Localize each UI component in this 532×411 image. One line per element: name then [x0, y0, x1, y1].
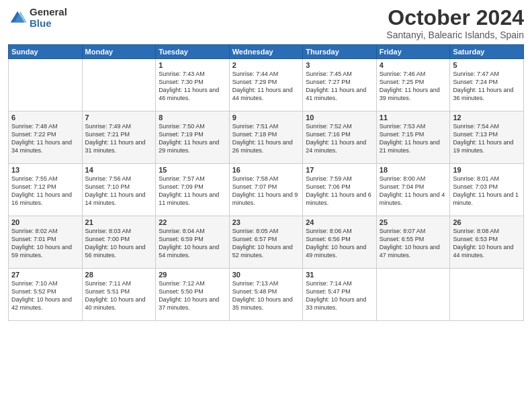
calendar-cell: 11Sunrise: 7:53 AM Sunset: 7:15 PM Dayli… — [376, 111, 450, 164]
day-info: Sunrise: 8:04 AM Sunset: 6:59 PM Dayligh… — [159, 227, 226, 260]
header: General Blue October 2024 Santanyi, Bale… — [8, 7, 524, 40]
title-block: October 2024 Santanyi, Balearic Islands,… — [386, 7, 524, 40]
page-container: General Blue October 2024 Santanyi, Bale… — [0, 0, 532, 411]
calendar-table: SundayMondayTuesdayWednesdayThursdayFrid… — [8, 44, 524, 321]
week-row-1: 1Sunrise: 7:43 AM Sunset: 7:30 PM Daylig… — [9, 59, 524, 111]
logo: General Blue — [8, 7, 67, 29]
weekday-header-thursday: Thursday — [303, 45, 377, 59]
week-row-3: 13Sunrise: 7:55 AM Sunset: 7:12 PM Dayli… — [9, 164, 524, 216]
day-number: 19 — [453, 166, 521, 174]
calendar-cell: 25Sunrise: 8:07 AM Sunset: 6:55 PM Dayli… — [376, 216, 450, 269]
logo-general: General — [30, 7, 67, 18]
weekday-header-row: SundayMondayTuesdayWednesdayThursdayFrid… — [9, 45, 524, 59]
calendar-cell: 6Sunrise: 7:48 AM Sunset: 7:22 PM Daylig… — [9, 111, 83, 164]
calendar-cell: 18Sunrise: 8:00 AM Sunset: 7:04 PM Dayli… — [376, 164, 450, 216]
calendar-cell: 2Sunrise: 7:44 AM Sunset: 7:29 PM Daylig… — [229, 59, 303, 111]
day-number: 6 — [11, 113, 79, 122]
day-info: Sunrise: 7:43 AM Sunset: 7:30 PM Dayligh… — [159, 70, 226, 103]
day-number: 9 — [232, 113, 300, 122]
day-info: Sunrise: 8:01 AM Sunset: 7:03 PM Dayligh… — [453, 175, 521, 208]
calendar-cell: 15Sunrise: 7:57 AM Sunset: 7:09 PM Dayli… — [156, 164, 230, 216]
day-info: Sunrise: 7:50 AM Sunset: 7:19 PM Dayligh… — [159, 122, 226, 155]
day-number: 8 — [159, 113, 226, 122]
day-info: Sunrise: 7:54 AM Sunset: 7:13 PM Dayligh… — [453, 122, 521, 155]
day-number: 1 — [159, 61, 226, 69]
calendar-cell: 31Sunrise: 7:14 AM Sunset: 5:47 PM Dayli… — [303, 269, 377, 321]
weekday-header-friday: Friday — [376, 45, 450, 59]
weekday-header-tuesday: Tuesday — [156, 45, 230, 59]
week-row-2: 6Sunrise: 7:48 AM Sunset: 7:22 PM Daylig… — [9, 111, 524, 164]
day-info: Sunrise: 8:08 AM Sunset: 6:53 PM Dayligh… — [453, 227, 521, 260]
weekday-header-saturday: Saturday — [450, 45, 524, 59]
calendar-cell: 7Sunrise: 7:49 AM Sunset: 7:21 PM Daylig… — [82, 111, 156, 164]
day-number: 26 — [453, 218, 521, 226]
calendar-cell — [450, 269, 524, 321]
day-info: Sunrise: 7:52 AM Sunset: 7:16 PM Dayligh… — [306, 122, 373, 155]
day-number: 5 — [453, 61, 521, 69]
day-number: 27 — [11, 271, 79, 279]
day-info: Sunrise: 7:57 AM Sunset: 7:09 PM Dayligh… — [159, 175, 226, 208]
logo-icon — [8, 9, 27, 28]
day-info: Sunrise: 7:59 AM Sunset: 7:06 PM Dayligh… — [306, 175, 373, 208]
day-number: 11 — [380, 113, 447, 122]
day-info: Sunrise: 7:12 AM Sunset: 5:50 PM Dayligh… — [159, 279, 226, 312]
weekday-header-monday: Monday — [82, 45, 156, 59]
calendar-cell — [376, 269, 450, 321]
day-number: 13 — [11, 166, 79, 174]
day-info: Sunrise: 7:49 AM Sunset: 7:21 PM Dayligh… — [85, 122, 153, 155]
day-number: 15 — [159, 166, 226, 174]
day-number: 2 — [232, 61, 300, 69]
day-number: 22 — [159, 218, 226, 226]
calendar-cell: 10Sunrise: 7:52 AM Sunset: 7:16 PM Dayli… — [303, 111, 377, 164]
calendar-cell — [82, 59, 156, 111]
day-info: Sunrise: 7:44 AM Sunset: 7:29 PM Dayligh… — [232, 70, 300, 103]
logo-blue: Blue — [30, 18, 67, 30]
calendar-cell: 21Sunrise: 8:03 AM Sunset: 7:00 PM Dayli… — [82, 216, 156, 269]
day-number: 21 — [85, 218, 153, 226]
day-info: Sunrise: 7:53 AM Sunset: 7:15 PM Dayligh… — [380, 122, 447, 155]
day-info: Sunrise: 7:45 AM Sunset: 7:27 PM Dayligh… — [306, 70, 373, 103]
calendar-cell: 3Sunrise: 7:45 AM Sunset: 7:27 PM Daylig… — [303, 59, 377, 111]
calendar-cell: 5Sunrise: 7:47 AM Sunset: 7:24 PM Daylig… — [450, 59, 524, 111]
day-number: 10 — [306, 113, 373, 122]
day-info: Sunrise: 8:07 AM Sunset: 6:55 PM Dayligh… — [380, 227, 447, 260]
calendar-cell: 1Sunrise: 7:43 AM Sunset: 7:30 PM Daylig… — [156, 59, 230, 111]
calendar-cell: 30Sunrise: 7:13 AM Sunset: 5:48 PM Dayli… — [229, 269, 303, 321]
calendar-cell: 17Sunrise: 7:59 AM Sunset: 7:06 PM Dayli… — [303, 164, 377, 216]
calendar-cell: 4Sunrise: 7:46 AM Sunset: 7:25 PM Daylig… — [376, 59, 450, 111]
calendar-cell: 20Sunrise: 8:02 AM Sunset: 7:01 PM Dayli… — [9, 216, 83, 269]
day-number: 25 — [380, 218, 447, 226]
day-info: Sunrise: 7:11 AM Sunset: 5:51 PM Dayligh… — [85, 279, 153, 312]
calendar-cell: 22Sunrise: 8:04 AM Sunset: 6:59 PM Dayli… — [156, 216, 230, 269]
day-info: Sunrise: 7:48 AM Sunset: 7:22 PM Dayligh… — [11, 122, 79, 155]
day-info: Sunrise: 7:56 AM Sunset: 7:10 PM Dayligh… — [85, 175, 153, 208]
day-number: 12 — [453, 113, 521, 122]
day-number: 17 — [306, 166, 373, 174]
day-number: 3 — [306, 61, 373, 69]
day-number: 31 — [306, 271, 373, 279]
calendar-cell: 29Sunrise: 7:12 AM Sunset: 5:50 PM Dayli… — [156, 269, 230, 321]
day-info: Sunrise: 7:58 AM Sunset: 7:07 PM Dayligh… — [232, 175, 300, 208]
day-info: Sunrise: 7:46 AM Sunset: 7:25 PM Dayligh… — [380, 70, 447, 103]
day-info: Sunrise: 7:51 AM Sunset: 7:18 PM Dayligh… — [232, 122, 300, 155]
day-number: 30 — [232, 271, 300, 279]
calendar-cell: 13Sunrise: 7:55 AM Sunset: 7:12 PM Dayli… — [9, 164, 83, 216]
calendar-cell: 16Sunrise: 7:58 AM Sunset: 7:07 PM Dayli… — [229, 164, 303, 216]
calendar-cell: 23Sunrise: 8:05 AM Sunset: 6:57 PM Dayli… — [229, 216, 303, 269]
day-number: 28 — [85, 271, 153, 279]
day-info: Sunrise: 7:13 AM Sunset: 5:48 PM Dayligh… — [232, 279, 300, 312]
day-info: Sunrise: 8:00 AM Sunset: 7:04 PM Dayligh… — [380, 175, 447, 208]
calendar-cell: 12Sunrise: 7:54 AM Sunset: 7:13 PM Dayli… — [450, 111, 524, 164]
day-info: Sunrise: 8:05 AM Sunset: 6:57 PM Dayligh… — [232, 227, 300, 260]
day-info: Sunrise: 8:06 AM Sunset: 6:56 PM Dayligh… — [306, 227, 373, 260]
day-number: 23 — [232, 218, 300, 226]
month-title: October 2024 — [386, 7, 524, 28]
calendar-cell: 24Sunrise: 8:06 AM Sunset: 6:56 PM Dayli… — [303, 216, 377, 269]
day-info: Sunrise: 8:02 AM Sunset: 7:01 PM Dayligh… — [11, 227, 79, 260]
day-number: 7 — [85, 113, 153, 122]
calendar-cell: 14Sunrise: 7:56 AM Sunset: 7:10 PM Dayli… — [82, 164, 156, 216]
calendar-cell: 9Sunrise: 7:51 AM Sunset: 7:18 PM Daylig… — [229, 111, 303, 164]
calendar-cell: 8Sunrise: 7:50 AM Sunset: 7:19 PM Daylig… — [156, 111, 230, 164]
calendar-cell: 19Sunrise: 8:01 AM Sunset: 7:03 PM Dayli… — [450, 164, 524, 216]
week-row-4: 20Sunrise: 8:02 AM Sunset: 7:01 PM Dayli… — [9, 216, 524, 269]
